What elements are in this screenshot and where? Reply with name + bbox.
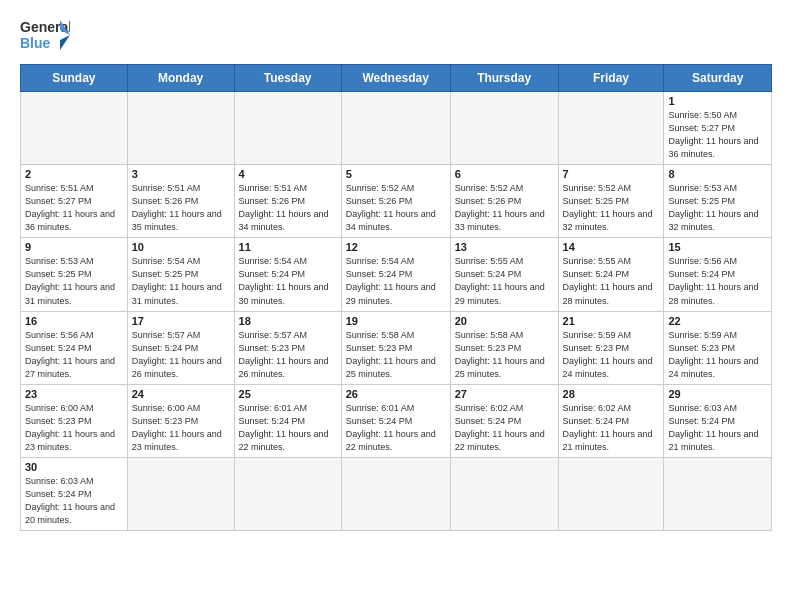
week-row-3: 9Sunrise: 5:53 AM Sunset: 5:25 PM Daylig…: [21, 238, 772, 311]
calendar-body: 1Sunrise: 5:50 AM Sunset: 5:27 PM Daylig…: [21, 92, 772, 531]
day-number: 4: [239, 168, 337, 180]
day-info: Sunrise: 5:53 AM Sunset: 5:25 PM Dayligh…: [668, 182, 767, 234]
day-cell: 15Sunrise: 5:56 AM Sunset: 5:24 PM Dayli…: [664, 238, 772, 311]
day-cell: [664, 457, 772, 530]
day-info: Sunrise: 6:01 AM Sunset: 5:24 PM Dayligh…: [346, 402, 446, 454]
day-cell: 21Sunrise: 5:59 AM Sunset: 5:23 PM Dayli…: [558, 311, 664, 384]
day-info: Sunrise: 5:50 AM Sunset: 5:27 PM Dayligh…: [668, 109, 767, 161]
page: GeneralBlue SundayMondayTuesdayWednesday…: [0, 0, 792, 541]
day-info: Sunrise: 6:03 AM Sunset: 5:24 PM Dayligh…: [25, 475, 123, 527]
day-number: 6: [455, 168, 554, 180]
day-info: Sunrise: 5:54 AM Sunset: 5:25 PM Dayligh…: [132, 255, 230, 307]
day-info: Sunrise: 5:52 AM Sunset: 5:26 PM Dayligh…: [455, 182, 554, 234]
week-row-4: 16Sunrise: 5:56 AM Sunset: 5:24 PM Dayli…: [21, 311, 772, 384]
day-cell: 8Sunrise: 5:53 AM Sunset: 5:25 PM Daylig…: [664, 165, 772, 238]
day-cell: 4Sunrise: 5:51 AM Sunset: 5:26 PM Daylig…: [234, 165, 341, 238]
day-cell: 13Sunrise: 5:55 AM Sunset: 5:24 PM Dayli…: [450, 238, 558, 311]
day-info: Sunrise: 6:00 AM Sunset: 5:23 PM Dayligh…: [132, 402, 230, 454]
day-info: Sunrise: 5:59 AM Sunset: 5:23 PM Dayligh…: [668, 329, 767, 381]
logo-svg: GeneralBlue: [20, 16, 70, 54]
day-info: Sunrise: 5:55 AM Sunset: 5:24 PM Dayligh…: [563, 255, 660, 307]
day-info: Sunrise: 6:02 AM Sunset: 5:24 PM Dayligh…: [563, 402, 660, 454]
day-info: Sunrise: 5:59 AM Sunset: 5:23 PM Dayligh…: [563, 329, 660, 381]
day-cell: 3Sunrise: 5:51 AM Sunset: 5:26 PM Daylig…: [127, 165, 234, 238]
day-number: 15: [668, 241, 767, 253]
day-info: Sunrise: 5:51 AM Sunset: 5:27 PM Dayligh…: [25, 182, 123, 234]
day-cell: 7Sunrise: 5:52 AM Sunset: 5:25 PM Daylig…: [558, 165, 664, 238]
day-info: Sunrise: 5:54 AM Sunset: 5:24 PM Dayligh…: [346, 255, 446, 307]
day-cell: 9Sunrise: 5:53 AM Sunset: 5:25 PM Daylig…: [21, 238, 128, 311]
day-cell: [234, 92, 341, 165]
day-info: Sunrise: 6:03 AM Sunset: 5:24 PM Dayligh…: [668, 402, 767, 454]
header: GeneralBlue: [20, 16, 772, 54]
day-cell: [127, 92, 234, 165]
day-cell: 23Sunrise: 6:00 AM Sunset: 5:23 PM Dayli…: [21, 384, 128, 457]
day-number: 13: [455, 241, 554, 253]
day-info: Sunrise: 5:57 AM Sunset: 5:24 PM Dayligh…: [132, 329, 230, 381]
day-cell: [127, 457, 234, 530]
day-cell: 5Sunrise: 5:52 AM Sunset: 5:26 PM Daylig…: [341, 165, 450, 238]
day-cell: 30Sunrise: 6:03 AM Sunset: 5:24 PM Dayli…: [21, 457, 128, 530]
day-number: 18: [239, 315, 337, 327]
day-cell: 10Sunrise: 5:54 AM Sunset: 5:25 PM Dayli…: [127, 238, 234, 311]
day-number: 5: [346, 168, 446, 180]
day-cell: 20Sunrise: 5:58 AM Sunset: 5:23 PM Dayli…: [450, 311, 558, 384]
day-cell: 29Sunrise: 6:03 AM Sunset: 5:24 PM Dayli…: [664, 384, 772, 457]
day-number: 10: [132, 241, 230, 253]
day-number: 27: [455, 388, 554, 400]
day-number: 11: [239, 241, 337, 253]
day-cell: [21, 92, 128, 165]
day-cell: [341, 92, 450, 165]
day-cell: 11Sunrise: 5:54 AM Sunset: 5:24 PM Dayli…: [234, 238, 341, 311]
day-info: Sunrise: 5:52 AM Sunset: 5:25 PM Dayligh…: [563, 182, 660, 234]
day-cell: 18Sunrise: 5:57 AM Sunset: 5:23 PM Dayli…: [234, 311, 341, 384]
day-info: Sunrise: 5:58 AM Sunset: 5:23 PM Dayligh…: [455, 329, 554, 381]
day-cell: 28Sunrise: 6:02 AM Sunset: 5:24 PM Dayli…: [558, 384, 664, 457]
day-number: 12: [346, 241, 446, 253]
day-number: 19: [346, 315, 446, 327]
header-cell-friday: Friday: [558, 65, 664, 92]
day-cell: 25Sunrise: 6:01 AM Sunset: 5:24 PM Dayli…: [234, 384, 341, 457]
calendar-table: SundayMondayTuesdayWednesdayThursdayFrid…: [20, 64, 772, 531]
day-cell: 27Sunrise: 6:02 AM Sunset: 5:24 PM Dayli…: [450, 384, 558, 457]
day-cell: [341, 457, 450, 530]
day-cell: [450, 457, 558, 530]
day-info: Sunrise: 5:56 AM Sunset: 5:24 PM Dayligh…: [25, 329, 123, 381]
day-cell: 22Sunrise: 5:59 AM Sunset: 5:23 PM Dayli…: [664, 311, 772, 384]
day-cell: [558, 457, 664, 530]
day-cell: 14Sunrise: 5:55 AM Sunset: 5:24 PM Dayli…: [558, 238, 664, 311]
svg-marker-3: [60, 35, 70, 50]
header-cell-wednesday: Wednesday: [341, 65, 450, 92]
header-cell-tuesday: Tuesday: [234, 65, 341, 92]
day-cell: 16Sunrise: 5:56 AM Sunset: 5:24 PM Dayli…: [21, 311, 128, 384]
day-number: 2: [25, 168, 123, 180]
day-info: Sunrise: 5:57 AM Sunset: 5:23 PM Dayligh…: [239, 329, 337, 381]
day-cell: [558, 92, 664, 165]
day-number: 3: [132, 168, 230, 180]
header-cell-saturday: Saturday: [664, 65, 772, 92]
day-info: Sunrise: 5:53 AM Sunset: 5:25 PM Dayligh…: [25, 255, 123, 307]
week-row-2: 2Sunrise: 5:51 AM Sunset: 5:27 PM Daylig…: [21, 165, 772, 238]
day-cell: 17Sunrise: 5:57 AM Sunset: 5:24 PM Dayli…: [127, 311, 234, 384]
day-cell: 6Sunrise: 5:52 AM Sunset: 5:26 PM Daylig…: [450, 165, 558, 238]
header-cell-monday: Monday: [127, 65, 234, 92]
header-row: SundayMondayTuesdayWednesdayThursdayFrid…: [21, 65, 772, 92]
day-cell: 2Sunrise: 5:51 AM Sunset: 5:27 PM Daylig…: [21, 165, 128, 238]
day-info: Sunrise: 5:55 AM Sunset: 5:24 PM Dayligh…: [455, 255, 554, 307]
day-cell: [450, 92, 558, 165]
day-cell: 26Sunrise: 6:01 AM Sunset: 5:24 PM Dayli…: [341, 384, 450, 457]
day-info: Sunrise: 5:58 AM Sunset: 5:23 PM Dayligh…: [346, 329, 446, 381]
day-info: Sunrise: 6:00 AM Sunset: 5:23 PM Dayligh…: [25, 402, 123, 454]
day-cell: [234, 457, 341, 530]
logo: GeneralBlue: [20, 16, 70, 54]
day-number: 28: [563, 388, 660, 400]
day-cell: 12Sunrise: 5:54 AM Sunset: 5:24 PM Dayli…: [341, 238, 450, 311]
day-info: Sunrise: 5:54 AM Sunset: 5:24 PM Dayligh…: [239, 255, 337, 307]
day-number: 1: [668, 95, 767, 107]
day-info: Sunrise: 5:51 AM Sunset: 5:26 PM Dayligh…: [239, 182, 337, 234]
day-number: 9: [25, 241, 123, 253]
calendar-header: SundayMondayTuesdayWednesdayThursdayFrid…: [21, 65, 772, 92]
day-cell: 1Sunrise: 5:50 AM Sunset: 5:27 PM Daylig…: [664, 92, 772, 165]
day-number: 14: [563, 241, 660, 253]
day-number: 23: [25, 388, 123, 400]
